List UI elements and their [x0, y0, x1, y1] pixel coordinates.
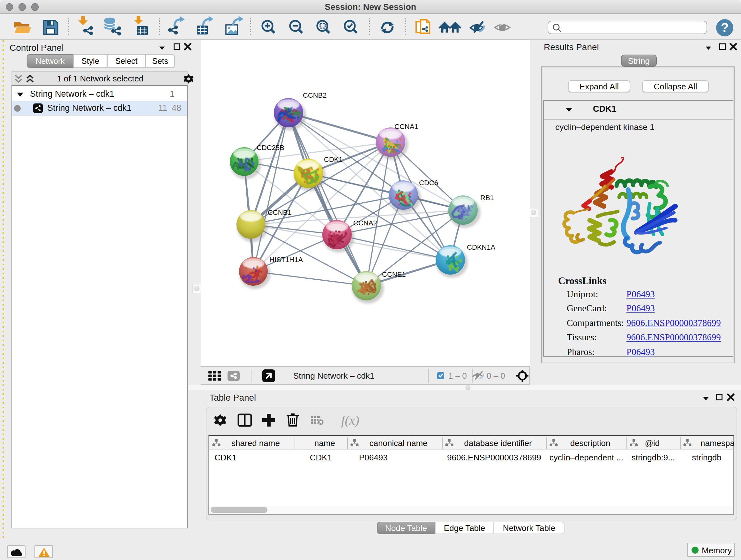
svg-text:CDKN1A: CDKN1A: [467, 243, 495, 251]
svg-text:RB1: RB1: [480, 194, 494, 202]
svg-text:CCNA1: CCNA1: [394, 123, 418, 131]
svg-text:f(x): f(x): [341, 413, 359, 428]
svg-text:CDC25B: CDC25B: [257, 144, 284, 152]
svg-text:CDK1: CDK1: [324, 155, 343, 164]
svg-text:CCNE1: CCNE1: [382, 270, 406, 278]
svg-text:CCNA2: CCNA2: [353, 219, 377, 227]
svg-text:HIST1H1A: HIST1H1A: [269, 256, 303, 264]
svg-text:CDC6: CDC6: [419, 179, 438, 187]
svg-text:CCNB2: CCNB2: [303, 91, 327, 99]
svg-text:CCNB1: CCNB1: [268, 208, 292, 216]
